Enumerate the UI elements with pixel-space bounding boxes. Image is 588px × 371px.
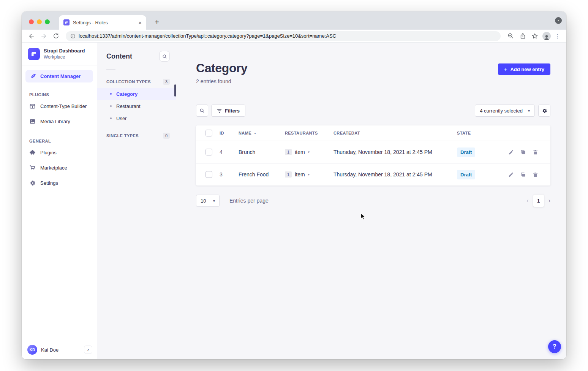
row-checkbox[interactable] <box>205 171 212 178</box>
user-profile[interactable]: KD Kai Doe ‹ <box>22 340 97 359</box>
plus-icon: + <box>504 67 507 72</box>
cell-restaurants[interactable]: 1 item ▾ <box>285 149 334 155</box>
subnav-scrollbar-thumb[interactable] <box>174 84 176 97</box>
table-search-button[interactable] <box>196 105 208 117</box>
sidebar-item-plugins[interactable]: Plugins <box>22 145 97 160</box>
delete-button[interactable] <box>533 172 538 178</box>
cell-id: 3 <box>220 171 239 178</box>
tab-title: Settings - Roles <box>73 20 135 25</box>
shopping-cart-icon <box>29 165 36 171</box>
subnav-item-category[interactable]: Category <box>97 88 176 100</box>
pencil-icon <box>508 172 514 178</box>
table-row[interactable]: 3 French Food 1 item ▾ Thursday, Novembe… <box>196 163 550 186</box>
row-checkbox[interactable] <box>205 149 212 155</box>
zoom-search-icon[interactable] <box>506 32 515 41</box>
page-size-dropdown[interactable]: 10 ▾ <box>196 195 220 207</box>
sidebar-item-label: Settings <box>40 180 58 186</box>
duplicate-icon <box>520 149 526 155</box>
user-name: Kai Doe <box>41 347 58 353</box>
tab-search-button[interactable]: ▾ <box>555 17 562 24</box>
browser-tab[interactable]: Settings - Roles × <box>59 15 146 30</box>
new-tab-button[interactable]: + <box>152 17 162 27</box>
duplicate-button[interactable] <box>520 172 526 178</box>
filters-button[interactable]: Filters <box>211 105 245 117</box>
trash-icon <box>533 149 538 155</box>
entries-table: ID NAME▲ RESTAURANTS CREATEDAT STATE 4 B… <box>196 125 550 186</box>
image-icon <box>29 118 36 125</box>
forward-button[interactable] <box>39 32 48 41</box>
sidebar-item-label: Media Library <box>40 119 70 124</box>
entries-count: 2 entries found <box>196 78 248 84</box>
address-bar[interactable]: localhost:1337/admin/content-manager/col… <box>66 31 501 41</box>
add-new-entry-button[interactable]: + Add new entry <box>498 63 550 75</box>
back-button[interactable] <box>27 32 36 41</box>
search-icon <box>162 54 167 59</box>
share-icon[interactable] <box>518 32 527 41</box>
page-title: Category <box>196 62 248 75</box>
tab-close-icon[interactable]: × <box>138 20 142 25</box>
cell-name: French Food <box>239 171 285 178</box>
subnav-item-label: Restaurant <box>116 103 141 109</box>
table-settings-button[interactable] <box>538 105 550 117</box>
mouse-cursor <box>360 213 367 220</box>
minimize-window-button[interactable] <box>37 19 42 24</box>
workspace-switcher[interactable]: Strapi Dashboard Workplace <box>22 43 97 65</box>
previous-page-button[interactable]: ‹ <box>526 198 528 204</box>
state-badge: Draft <box>457 170 475 179</box>
sidebar-section-general: GENERAL <box>29 139 97 143</box>
app-name: Strapi Dashboard <box>44 48 85 54</box>
current-page-button[interactable]: 1 <box>533 195 544 207</box>
column-header-state[interactable]: STATE <box>457 131 495 135</box>
collapse-sidebar-button[interactable]: ‹ <box>84 346 92 354</box>
cell-id: 4 <box>220 149 239 155</box>
edit-button[interactable] <box>508 172 514 178</box>
cell-name: Brunch <box>239 149 285 155</box>
reload-button[interactable] <box>51 32 60 41</box>
page-size-value: 10 <box>201 198 206 204</box>
sidebar-item-media-library[interactable]: Media Library <box>22 114 97 129</box>
next-page-button[interactable]: › <box>548 198 550 204</box>
column-header-restaurants[interactable]: RESTAURANTS <box>285 131 334 135</box>
subnav-title: Content <box>106 52 132 60</box>
sidebar-item-settings[interactable]: Settings <box>22 175 97 190</box>
subnav-item-label: Category <box>116 91 138 97</box>
column-header-createdat[interactable]: CREATEDAT <box>334 131 457 135</box>
chevron-down-icon: ▾ <box>308 173 310 176</box>
site-info-icon[interactable] <box>70 33 76 39</box>
delete-button[interactable] <box>533 149 538 155</box>
sidebar-item-content-type-builder[interactable]: Content-Type Builder <box>22 98 97 114</box>
sidebar-item-label: Content-Type Builder <box>40 103 87 109</box>
pencil-icon <box>508 149 514 155</box>
subnav-search-button[interactable] <box>159 51 170 62</box>
cell-restaurants[interactable]: 1 item ▾ <box>285 171 334 178</box>
columns-selected-dropdown[interactable]: 4 currently selected ▾ <box>475 105 535 117</box>
column-header-id[interactable]: ID <box>220 131 239 135</box>
restaurants-unit: item <box>295 171 305 178</box>
puzzle-icon <box>29 149 36 156</box>
close-window-button[interactable] <box>29 19 34 24</box>
bookmark-star-icon[interactable] <box>530 32 539 41</box>
subnav-item-restaurant[interactable]: Restaurant <box>97 100 176 112</box>
column-header-name[interactable]: NAME▲ <box>239 131 285 135</box>
single-types-group: SINGLE TYPES 0 <box>97 133 176 139</box>
browser-menu-icon[interactable]: ⋮ <box>554 33 561 40</box>
user-avatar: KD <box>27 345 37 355</box>
collection-types-count-badge: 3 <box>163 79 170 85</box>
gear-icon <box>542 108 547 114</box>
select-all-checkbox[interactable] <box>205 130 212 136</box>
duplicate-button[interactable] <box>520 149 526 155</box>
browser-profile-avatar[interactable] <box>542 32 551 40</box>
zoom-window-button[interactable] <box>45 19 50 24</box>
state-badge: Draft <box>457 147 475 157</box>
subnav-item-user[interactable]: User <box>97 112 176 124</box>
layout-grid-icon <box>29 103 36 109</box>
edit-button[interactable] <box>508 149 514 155</box>
help-button[interactable]: ? <box>548 340 561 353</box>
table-row[interactable]: 4 Brunch 1 item ▾ Thursday, November 18,… <box>196 141 550 163</box>
chevron-left-icon: ‹ <box>87 347 89 353</box>
sidebar-item-marketplace[interactable]: Marketplace <box>22 160 97 175</box>
url-text: localhost:1337/admin/content-manager/col… <box>79 33 336 39</box>
sidebar-item-content-manager[interactable]: Content Manager <box>25 70 93 82</box>
chevron-down-icon: ▾ <box>308 150 310 154</box>
search-icon <box>199 108 205 113</box>
